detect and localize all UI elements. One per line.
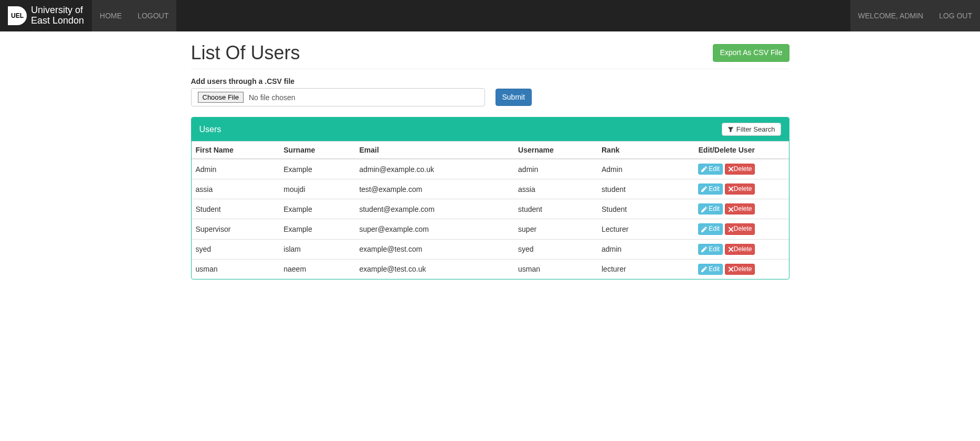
cell-email: super@example.com	[355, 219, 514, 239]
cell-surname: Example	[279, 219, 355, 239]
table-row: assiamoujditest@example.comassiastudent …	[192, 179, 789, 199]
nav-logout-right[interactable]: LOG OUT	[931, 0, 980, 31]
cell-rank: admin	[597, 239, 665, 259]
th-username: Username	[514, 142, 597, 159]
cell-first-name: Supervisor	[192, 219, 280, 239]
nav-links-left: HOME LOGOUT	[92, 0, 176, 31]
cell-surname: naeem	[279, 259, 355, 279]
th-rank: Rank	[597, 142, 665, 159]
brand-line2: East London	[31, 16, 84, 26]
cell-surname: Example	[279, 159, 355, 179]
th-first-name: First Name	[192, 142, 280, 159]
cell-surname: moujdi	[279, 179, 355, 199]
th-email: Email	[355, 142, 514, 159]
edit-icon	[701, 227, 707, 232]
nav-welcome[interactable]: WELCOME, ADMIN	[850, 0, 931, 31]
cell-email: student@example.com	[355, 199, 514, 219]
th-actions: Edit/Delete User	[665, 142, 789, 159]
export-csv-button[interactable]: Export As CSV File	[713, 44, 789, 62]
delete-button[interactable]: Delete	[725, 264, 755, 275]
cell-first-name: Admin	[192, 159, 280, 179]
edit-icon	[701, 246, 707, 252]
table-row: syedislamexample@test.comsyedadmin Edit …	[192, 239, 789, 259]
nav-home[interactable]: HOME	[92, 0, 130, 31]
uel-logo-icon: UEL	[8, 6, 27, 25]
table-row: usmannaeemexample@test.co.ukusmanlecture…	[192, 259, 789, 279]
cell-rank: student	[597, 179, 665, 199]
navbar: UEL University of East London HOME LOGOU…	[0, 0, 980, 31]
nav-links-right: WELCOME, ADMIN LOG OUT	[850, 0, 980, 31]
edit-icon	[701, 207, 707, 212]
delete-button[interactable]: Delete	[725, 244, 755, 255]
cell-actions: Edit Delete	[665, 259, 789, 279]
filter-icon	[728, 126, 734, 133]
cell-rank: lecturer	[597, 259, 665, 279]
cell-first-name: assia	[192, 179, 280, 199]
upload-label: Add users through a .CSV file	[191, 77, 789, 85]
table-row: StudentExamplestudent@example.comstudent…	[192, 199, 789, 219]
cell-username: student	[514, 199, 597, 219]
delete-button[interactable]: Delete	[725, 223, 755, 234]
upload-form: Add users through a .CSV file Choose Fil…	[191, 77, 789, 106]
edit-icon	[701, 186, 707, 192]
close-icon	[728, 246, 734, 252]
cell-username: syed	[514, 239, 597, 259]
filter-search-button[interactable]: Filter Search	[722, 123, 781, 136]
users-table: First Name Surname Email Username Rank E…	[192, 141, 789, 279]
cell-first-name: usman	[192, 259, 280, 279]
cell-username: super	[514, 219, 597, 239]
delete-button[interactable]: Delete	[725, 203, 755, 214]
nav-logout[interactable]: LOGOUT	[130, 0, 176, 31]
th-surname: Surname	[279, 142, 355, 159]
edit-icon	[701, 166, 707, 172]
choose-file-button[interactable]: Choose File	[198, 92, 244, 103]
cell-email: admin@example.co.uk	[355, 159, 514, 179]
brand-text: University of East London	[31, 5, 84, 26]
cell-email: example@test.com	[355, 239, 514, 259]
page-title: List Of Users	[191, 42, 300, 64]
panel-heading: Users Filter Search	[192, 117, 789, 141]
edit-button[interactable]: Edit	[698, 264, 723, 275]
brand-line1: University of	[31, 5, 84, 16]
page-header: List Of Users Export As CSV File	[191, 42, 789, 69]
cell-actions: Edit Delete	[665, 159, 789, 179]
cell-actions: Edit Delete	[665, 199, 789, 219]
panel-title: Users	[199, 125, 222, 134]
cell-surname: islam	[279, 239, 355, 259]
cell-rank: Lecturer	[597, 219, 665, 239]
edit-button[interactable]: Edit	[698, 184, 723, 195]
cell-rank: Admin	[597, 159, 665, 179]
close-icon	[728, 207, 734, 212]
users-panel: Users Filter Search First Name Surname E…	[191, 117, 789, 279]
close-icon	[728, 227, 734, 232]
close-icon	[728, 166, 734, 172]
filter-label: Filter Search	[736, 125, 775, 133]
cell-username: usman	[514, 259, 597, 279]
submit-button[interactable]: Submit	[496, 89, 532, 106]
edit-icon	[701, 266, 707, 272]
cell-email: example@test.co.uk	[355, 259, 514, 279]
cell-first-name: syed	[192, 239, 280, 259]
table-row: SupervisorExamplesuper@example.comsuperL…	[192, 219, 789, 239]
close-icon	[728, 266, 734, 272]
cell-username: assia	[514, 179, 597, 199]
navbar-brand[interactable]: UEL University of East London	[0, 0, 92, 31]
table-row: AdminExampleadmin@example.co.ukadminAdmi…	[192, 159, 789, 179]
cell-email: test@example.com	[355, 179, 514, 199]
cell-rank: Student	[597, 199, 665, 219]
cell-first-name: Student	[192, 199, 280, 219]
file-input[interactable]: Choose File No file chosen	[191, 88, 485, 106]
edit-button[interactable]: Edit	[698, 164, 723, 175]
delete-button[interactable]: Delete	[725, 184, 755, 195]
close-icon	[728, 186, 734, 192]
cell-actions: Edit Delete	[665, 239, 789, 259]
edit-button[interactable]: Edit	[698, 203, 723, 214]
delete-button[interactable]: Delete	[725, 164, 755, 175]
cell-actions: Edit Delete	[665, 179, 789, 199]
file-placeholder-text: No file chosen	[249, 93, 296, 102]
cell-actions: Edit Delete	[665, 219, 789, 239]
cell-surname: Example	[279, 199, 355, 219]
edit-button[interactable]: Edit	[698, 244, 723, 255]
edit-button[interactable]: Edit	[698, 223, 723, 234]
cell-username: admin	[514, 159, 597, 179]
